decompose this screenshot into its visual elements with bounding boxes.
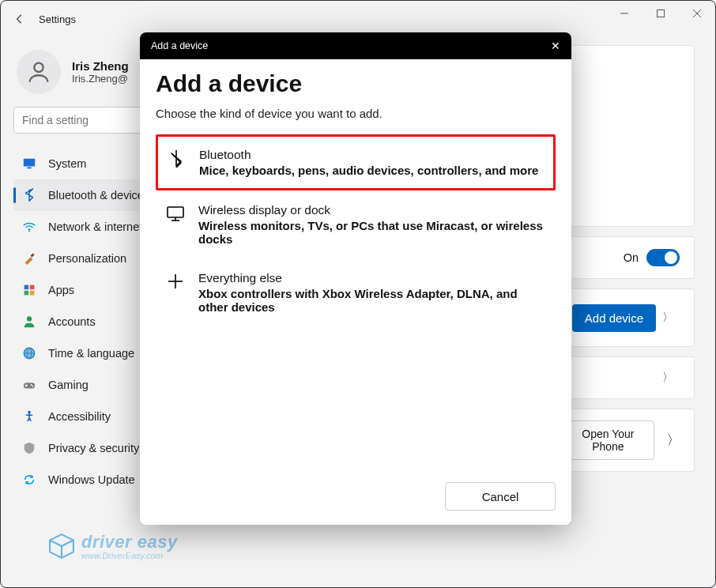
svg-rect-10 <box>30 285 35 290</box>
sidebar-item-label: Personalization <box>48 252 126 265</box>
svg-point-13 <box>27 316 32 321</box>
sidebar-item-label: Apps <box>48 284 74 296</box>
sidebar-item-label: Network & internet <box>48 220 142 233</box>
window-controls <box>606 1 715 26</box>
svg-rect-12 <box>30 291 35 296</box>
svg-rect-6 <box>27 168 31 169</box>
grid-icon <box>21 282 37 298</box>
sidebar-item-label: Windows Update <box>48 473 135 486</box>
maximize-button[interactable] <box>643 1 679 26</box>
avatar <box>17 50 61 94</box>
svg-point-20 <box>31 384 32 386</box>
chevron-right-icon[interactable]: 〉 <box>667 432 680 449</box>
chevron-right-icon: 〉 <box>656 371 680 385</box>
dialog-option-bluetooth[interactable]: BluetoothMice, keyboards, pens, audio de… <box>156 134 556 190</box>
brush-icon <box>21 251 37 266</box>
svg-rect-8 <box>31 253 35 257</box>
user-email: Iris.Zheng@ <box>72 73 129 85</box>
option-description: Xbox controllers with Xbox Wireless Adap… <box>198 287 546 314</box>
sidebar-item-label: Accessibility <box>48 410 111 423</box>
monitor-icon <box>21 156 37 172</box>
add-device-button[interactable]: Add device <box>572 304 656 332</box>
svg-rect-19 <box>25 385 28 386</box>
dialog-subheading: Choose the kind of device you want to ad… <box>156 107 556 120</box>
bluetooth-icon <box>166 148 187 168</box>
svg-rect-11 <box>24 291 29 296</box>
sidebar-item-label: Gaming <box>48 379 89 391</box>
dialog-footer: Cancel <box>140 473 571 525</box>
bluetooth-toggle[interactable] <box>646 249 680 266</box>
close-window-button[interactable] <box>679 1 715 26</box>
access-icon <box>21 409 37 424</box>
user-name: Iris Zheng <box>72 59 129 73</box>
svg-point-4 <box>34 63 43 72</box>
svg-rect-9 <box>24 285 29 290</box>
option-title: Everything else <box>198 271 546 285</box>
user-info: Iris Zheng Iris.Zheng@ <box>72 59 129 85</box>
globe-icon <box>21 345 37 361</box>
dialog-titlebar: Add a device ✕ <box>140 32 571 59</box>
svg-rect-5 <box>24 159 35 167</box>
option-title: Bluetooth <box>199 148 538 162</box>
dialog-close-button[interactable]: ✕ <box>551 40 560 52</box>
sidebar-item-label: Privacy & security <box>48 442 139 454</box>
svg-rect-1 <box>658 10 665 17</box>
person-icon <box>21 314 37 330</box>
bluetooth-icon <box>21 187 37 203</box>
shield-icon <box>21 440 37 456</box>
chevron-right-icon[interactable]: 〉 <box>656 311 680 325</box>
sidebar-item-label: System <box>48 157 86 170</box>
plus-icon <box>165 271 186 292</box>
sidebar-item-label: Time & language <box>48 347 134 360</box>
svg-point-7 <box>28 230 30 232</box>
sidebar-item-label: Accounts <box>48 315 96 328</box>
minimize-button[interactable] <box>606 1 643 26</box>
display-icon <box>165 203 186 224</box>
game-icon <box>21 377 37 393</box>
dialog-option-wireless-display-or-dock[interactable]: Wireless display or dockWireless monitor… <box>156 190 556 258</box>
window-title: Settings <box>39 13 76 25</box>
sidebar-item-label: Bluetooth & devices <box>48 189 149 202</box>
svg-rect-27 <box>168 207 183 217</box>
add-device-dialog: Add a device ✕ Add a device Choose the k… <box>140 32 571 525</box>
option-description: Wireless monitors, TVs, or PCs that use … <box>198 219 546 246</box>
dialog-option-everything-else[interactable]: Everything elseXbox controllers with Xbo… <box>156 258 556 326</box>
option-description: Mice, keyboards, pens, audio devices, co… <box>199 164 538 177</box>
dialog-body: Add a device Choose the kind of device y… <box>140 59 571 473</box>
option-title: Wireless display or dock <box>198 203 546 217</box>
cancel-button[interactable]: Cancel <box>445 482 556 511</box>
back-button[interactable] <box>9 8 31 30</box>
svg-point-21 <box>32 386 34 387</box>
dialog-heading: Add a device <box>156 70 556 97</box>
toggle-state-label: On <box>624 251 639 264</box>
settings-window: Settings Iris Zheng Iris.Zheng@ SystemBl… <box>0 0 716 588</box>
wifi-icon <box>21 219 37 235</box>
update-icon <box>21 472 37 488</box>
dialog-titlebar-text: Add a device <box>151 40 208 51</box>
open-your-phone-button[interactable]: Open Your Phone <box>562 420 654 460</box>
dialog-options: BluetoothMice, keyboards, pens, audio de… <box>156 134 556 326</box>
